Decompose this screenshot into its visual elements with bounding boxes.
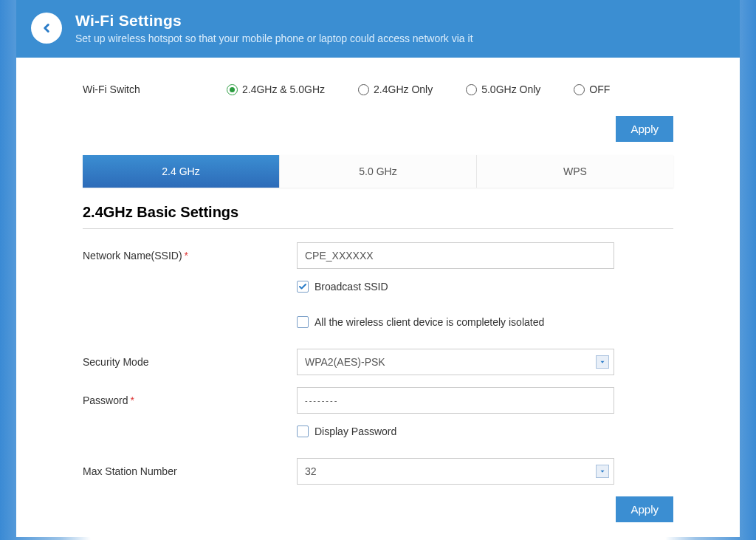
- radio-icon: [358, 84, 369, 95]
- select-value: WPA2(AES)-PSK: [305, 356, 385, 368]
- checkbox-icon: [297, 425, 309, 437]
- apply-switch-button[interactable]: Apply: [616, 116, 673, 142]
- checkbox-label: Broadcast SSID: [315, 281, 388, 293]
- section-title: 2.4GHz Basic Settings: [83, 204, 673, 229]
- chevron-left-icon: [40, 21, 53, 35]
- radio-24ghz-only[interactable]: 2.4GHz Only: [358, 83, 433, 95]
- security-mode-label: Security Mode: [83, 356, 297, 368]
- band-tabs: 2.4 GHz 5.0 GHz WPS: [83, 155, 673, 188]
- checkbox-label: Display Password: [315, 425, 396, 437]
- tab-wps[interactable]: WPS: [477, 155, 673, 188]
- svg-marker-0: [601, 361, 605, 363]
- password-label: Password*: [83, 394, 297, 406]
- radio-label: 2.4GHz Only: [374, 83, 433, 95]
- radio-label: OFF: [589, 83, 610, 95]
- radio-off[interactable]: OFF: [574, 83, 610, 95]
- chevron-down-icon: [596, 465, 609, 478]
- ssid-label: Network Name(SSID)*: [83, 250, 297, 262]
- back-button[interactable]: [31, 13, 62, 44]
- page-subtitle: Set up wireless hotspot so that your mob…: [75, 33, 473, 44]
- select-value: 32: [305, 465, 317, 477]
- page-header: Wi-Fi Settings Set up wireless hotspot s…: [16, 0, 740, 58]
- radio-50ghz-only[interactable]: 5.0GHz Only: [466, 83, 540, 95]
- broadcast-ssid-checkbox[interactable]: Broadcast SSID: [297, 281, 673, 293]
- checkbox-icon: [297, 316, 309, 328]
- radio-icon: [227, 84, 238, 95]
- radio-icon: [574, 84, 585, 95]
- max-station-select[interactable]: 32: [297, 458, 614, 485]
- password-input[interactable]: [297, 387, 614, 414]
- security-mode-select[interactable]: WPA2(AES)-PSK: [297, 349, 614, 375]
- radio-label: 5.0GHz Only: [481, 83, 540, 95]
- radio-both-bands[interactable]: 2.4GHz & 5.0GHz: [227, 83, 325, 95]
- apply-settings-button[interactable]: Apply: [616, 496, 673, 522]
- checkbox-label: All the wireless client device is comple…: [315, 316, 544, 328]
- max-station-label: Max Station Number: [83, 465, 297, 477]
- ssid-input[interactable]: [297, 242, 614, 269]
- wifi-switch-label: Wi-Fi Switch: [83, 83, 208, 95]
- chevron-down-icon: [596, 355, 609, 369]
- checkbox-icon: [297, 281, 309, 293]
- page-title: Wi-Fi Settings: [75, 12, 473, 30]
- check-icon: [298, 282, 307, 291]
- tab-24ghz[interactable]: 2.4 GHz: [83, 155, 280, 188]
- radio-icon: [466, 84, 477, 95]
- radio-label: 2.4GHz & 5.0GHz: [242, 83, 325, 95]
- display-password-checkbox[interactable]: Display Password: [297, 425, 673, 437]
- tab-50ghz[interactable]: 5.0 GHz: [280, 155, 477, 188]
- isolated-checkbox[interactable]: All the wireless client device is comple…: [297, 316, 673, 328]
- svg-marker-1: [601, 471, 605, 473]
